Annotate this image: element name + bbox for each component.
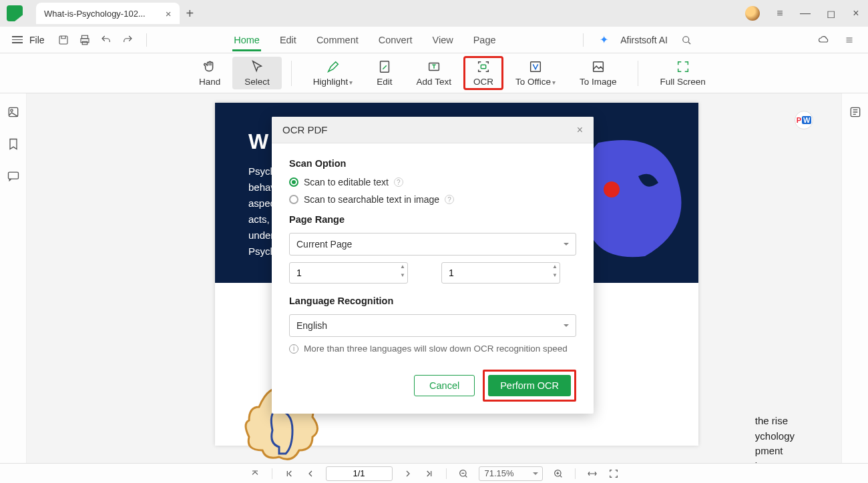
doc-side-text: the rise ychology pment in d ds for <box>755 414 795 463</box>
first-page-icon[interactable] <box>283 468 295 480</box>
radio-icon <box>289 177 298 187</box>
info-icon: i <box>289 344 298 354</box>
ai-label[interactable]: Afirstsoft AI <box>620 35 668 45</box>
radio-icon <box>289 195 298 204</box>
menu-convert[interactable]: Convert <box>377 29 414 51</box>
tool-ocr[interactable]: OCR <box>463 56 503 90</box>
tool-addtext[interactable]: Add Text <box>405 57 463 89</box>
next-page-icon[interactable] <box>402 468 414 480</box>
radio-editable[interactable]: Scan to editable text ? <box>289 177 576 187</box>
perform-ocr-button[interactable]: Perform OCR <box>488 375 571 396</box>
page-range-heading: Page Range <box>289 214 576 225</box>
ocr-dialog: OCR PDF × Scan Option Scan to editable t… <box>272 117 594 414</box>
fit-width-icon[interactable] <box>586 468 598 480</box>
comments-icon[interactable] <box>7 169 20 185</box>
menu-page[interactable]: Page <box>472 29 497 51</box>
statusbar: 71.15% <box>0 463 868 483</box>
tab-close-icon[interactable]: × <box>166 8 172 19</box>
cancel-button[interactable]: Cancel <box>414 375 475 396</box>
svg-point-11 <box>10 109 12 111</box>
pdf-to-word-badge[interactable]: PW <box>795 111 813 129</box>
toolbar: Hand Select Highlight▾ Edit Add Text OCR… <box>0 53 868 93</box>
zoom-out-icon[interactable] <box>457 468 469 480</box>
zoom-in-icon[interactable] <box>552 468 564 480</box>
left-rail <box>0 93 27 463</box>
undo-icon[interactable] <box>99 33 113 47</box>
dialog-close-icon[interactable]: × <box>577 124 583 136</box>
scroll-top-icon[interactable] <box>249 468 261 480</box>
menu-edit[interactable]: Edit <box>278 29 298 51</box>
last-page-icon[interactable] <box>423 468 435 480</box>
dialog-titlebar: OCR PDF × <box>272 117 594 143</box>
menu-home[interactable]: Home <box>232 29 261 51</box>
redo-icon[interactable] <box>121 33 134 47</box>
language-select[interactable]: English <box>289 314 576 337</box>
svg-rect-7 <box>481 65 485 69</box>
close-window-button[interactable]: × <box>851 8 861 19</box>
hamburger-icon[interactable]: ≡ <box>775 8 785 19</box>
file-menu[interactable]: File <box>29 35 45 45</box>
ai-icon: ✦ <box>600 33 608 46</box>
tool-toimage[interactable]: To Image <box>568 57 629 89</box>
tab-title: What-is-Psychology-102... <box>44 9 146 19</box>
perform-ocr-highlight: Perform OCR <box>483 370 576 402</box>
save-icon[interactable] <box>57 33 70 47</box>
info-icon[interactable]: ? <box>445 195 454 204</box>
dialog-title: OCR PDF <box>282 124 328 135</box>
bookmark-icon[interactable] <box>7 137 20 153</box>
menu-icon[interactable] <box>12 36 23 43</box>
menu-view[interactable]: View <box>431 29 455 51</box>
svg-rect-3 <box>82 41 87 45</box>
tool-highlight[interactable]: Highlight▾ <box>301 57 365 89</box>
tool-edit[interactable]: Edit <box>365 57 404 89</box>
info-icon[interactable]: ? <box>394 177 403 187</box>
print-icon[interactable] <box>78 33 91 47</box>
page-number-input[interactable] <box>326 466 393 481</box>
svg-point-4 <box>683 36 689 42</box>
radio-searchable[interactable]: Scan to searchable text in image ? <box>289 194 576 205</box>
step-down-icon[interactable]: ▼ <box>400 273 405 282</box>
properties-icon[interactable] <box>849 105 862 121</box>
step-down-icon[interactable]: ▼ <box>552 273 558 282</box>
thumbnails-icon[interactable] <box>7 105 20 121</box>
svg-rect-9 <box>593 62 603 72</box>
minimize-button[interactable]: — <box>800 8 811 19</box>
svg-rect-0 <box>59 36 67 44</box>
tool-tooffice[interactable]: To Office▾ <box>503 57 568 89</box>
tool-fullscreen[interactable]: Full Screen <box>648 57 717 89</box>
maximize-button[interactable]: ◻ <box>825 8 836 19</box>
language-heading: Language Recognition <box>289 296 576 306</box>
fit-page-icon[interactable] <box>608 468 620 480</box>
user-avatar[interactable] <box>745 6 760 21</box>
page-from-input[interactable]: 1▲▼ <box>289 262 408 284</box>
svg-rect-1 <box>81 35 87 39</box>
scan-option-heading: Scan Option <box>289 158 576 169</box>
svg-rect-12 <box>8 172 18 179</box>
prev-page-icon[interactable] <box>304 468 316 480</box>
titlebar: What-is-Psychology-102... × + ≡ — ◻ × <box>0 0 868 27</box>
page-range-select[interactable]: Current Page <box>289 233 576 256</box>
document-tab[interactable]: What-is-Psychology-102... × <box>36 3 180 24</box>
new-tab-button[interactable]: + <box>186 6 194 21</box>
svg-point-13 <box>604 181 620 197</box>
tool-select[interactable]: Select <box>232 57 282 89</box>
collapse-icon[interactable] <box>843 33 856 47</box>
menubar: File Home Edit Comment Convert View Page… <box>0 27 868 53</box>
zoom-select[interactable]: 71.15% <box>479 466 543 481</box>
app-logo <box>7 5 23 21</box>
page-to-input[interactable]: 1▲▼ <box>441 262 560 284</box>
search-icon[interactable] <box>680 33 693 47</box>
right-rail <box>841 93 868 463</box>
cloud-icon[interactable] <box>817 33 831 47</box>
language-note: i More than three languages will slow do… <box>289 344 576 354</box>
menu-comment[interactable]: Comment <box>315 29 360 51</box>
tool-hand[interactable]: Hand <box>187 57 232 89</box>
